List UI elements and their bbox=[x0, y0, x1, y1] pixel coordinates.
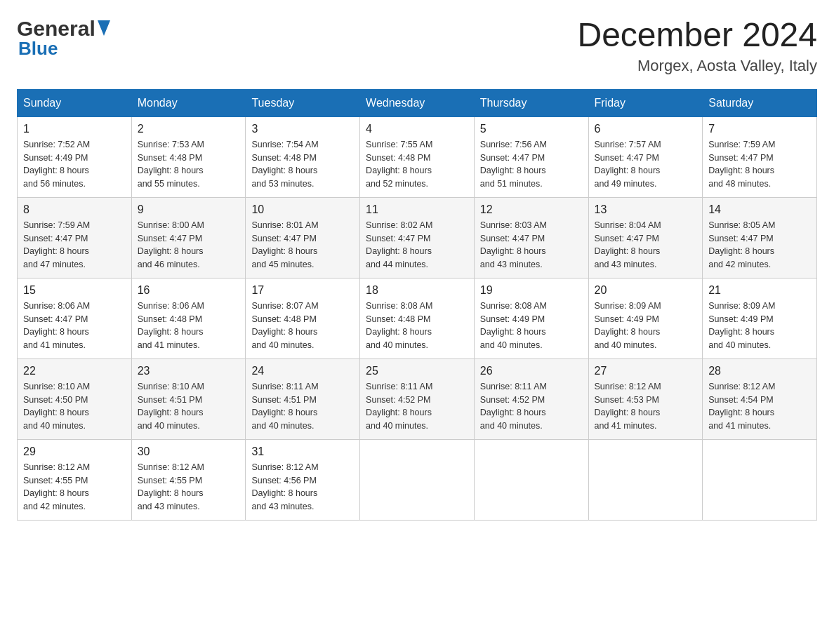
day-info: Sunrise: 7:54 AMSunset: 4:48 PMDaylight:… bbox=[251, 140, 318, 189]
day-number: 13 bbox=[595, 203, 697, 216]
day-number: 12 bbox=[480, 203, 583, 216]
calendar-cell: 2 Sunrise: 7:53 AMSunset: 4:48 PMDayligh… bbox=[131, 116, 246, 197]
calendar-cell: 10 Sunrise: 8:01 AMSunset: 4:47 PMDaylig… bbox=[246, 197, 360, 278]
day-number: 29 bbox=[23, 445, 126, 458]
day-info: Sunrise: 8:12 AMSunset: 4:55 PMDaylight:… bbox=[23, 462, 90, 511]
day-info: Sunrise: 8:05 AMSunset: 4:47 PMDaylight:… bbox=[708, 220, 775, 269]
calendar-cell: 19 Sunrise: 8:08 AMSunset: 4:49 PMDaylig… bbox=[474, 278, 588, 358]
day-number: 16 bbox=[138, 284, 240, 297]
logo-blue-text: Blue bbox=[18, 38, 58, 60]
svg-marker-0 bbox=[98, 20, 110, 36]
day-info: Sunrise: 8:10 AMSunset: 4:50 PMDaylight:… bbox=[23, 382, 90, 431]
day-info: Sunrise: 8:11 AMSunset: 4:51 PMDaylight:… bbox=[251, 382, 318, 431]
day-number: 14 bbox=[708, 203, 811, 216]
day-number: 3 bbox=[251, 123, 354, 135]
calendar-cell bbox=[703, 439, 817, 520]
day-number: 30 bbox=[138, 445, 240, 458]
day-number: 2 bbox=[138, 123, 240, 135]
calendar-table: Sunday Monday Tuesday Wednesday Thursday… bbox=[17, 89, 817, 521]
day-number: 20 bbox=[595, 284, 697, 297]
day-info: Sunrise: 8:09 AMSunset: 4:49 PMDaylight:… bbox=[708, 301, 775, 350]
day-info: Sunrise: 7:55 AMSunset: 4:48 PMDaylight:… bbox=[366, 140, 432, 189]
calendar-cell: 20 Sunrise: 8:09 AMSunset: 4:49 PMDaylig… bbox=[588, 278, 703, 358]
calendar-cell: 5 Sunrise: 7:56 AMSunset: 4:47 PMDayligh… bbox=[474, 116, 588, 197]
calendar-cell: 29 Sunrise: 8:12 AMSunset: 4:55 PMDaylig… bbox=[18, 439, 132, 520]
page-header: General Blue December 2024 Morgex, Aosta… bbox=[17, 17, 817, 75]
day-number: 21 bbox=[708, 284, 811, 297]
col-wednesday: Wednesday bbox=[360, 89, 475, 116]
title-section: December 2024 Morgex, Aosta Valley, Ital… bbox=[577, 17, 817, 75]
day-number: 6 bbox=[595, 123, 697, 135]
calendar-cell bbox=[360, 439, 475, 520]
day-number: 9 bbox=[138, 203, 240, 216]
day-info: Sunrise: 8:08 AMSunset: 4:49 PMDaylight:… bbox=[480, 301, 547, 350]
calendar-cell: 18 Sunrise: 8:08 AMSunset: 4:48 PMDaylig… bbox=[360, 278, 475, 358]
col-friday: Friday bbox=[588, 89, 703, 116]
calendar-cell: 8 Sunrise: 7:59 AMSunset: 4:47 PMDayligh… bbox=[18, 197, 132, 278]
calendar-week-3: 15 Sunrise: 8:06 AMSunset: 4:47 PMDaylig… bbox=[18, 278, 817, 358]
month-year-title: December 2024 bbox=[577, 17, 817, 54]
calendar-cell: 15 Sunrise: 8:06 AMSunset: 4:47 PMDaylig… bbox=[18, 278, 132, 358]
calendar-cell: 1 Sunrise: 7:52 AMSunset: 4:49 PMDayligh… bbox=[18, 116, 132, 197]
calendar-cell: 22 Sunrise: 8:10 AMSunset: 4:50 PMDaylig… bbox=[18, 358, 132, 439]
day-info: Sunrise: 7:57 AMSunset: 4:47 PMDaylight:… bbox=[595, 140, 661, 189]
calendar-cell: 17 Sunrise: 8:07 AMSunset: 4:48 PMDaylig… bbox=[246, 278, 360, 358]
calendar-cell: 26 Sunrise: 8:11 AMSunset: 4:52 PMDaylig… bbox=[474, 358, 588, 439]
calendar-cell: 13 Sunrise: 8:04 AMSunset: 4:47 PMDaylig… bbox=[588, 197, 703, 278]
day-info: Sunrise: 8:07 AMSunset: 4:48 PMDaylight:… bbox=[251, 301, 318, 350]
logo-triangle-icon bbox=[98, 20, 110, 36]
day-info: Sunrise: 8:11 AMSunset: 4:52 PMDaylight:… bbox=[366, 382, 432, 431]
day-info: Sunrise: 7:59 AMSunset: 4:47 PMDaylight:… bbox=[23, 220, 90, 269]
calendar-cell: 30 Sunrise: 8:12 AMSunset: 4:55 PMDaylig… bbox=[131, 439, 246, 520]
day-info: Sunrise: 8:04 AMSunset: 4:47 PMDaylight:… bbox=[595, 220, 661, 269]
day-number: 8 bbox=[23, 203, 126, 216]
location-subtitle: Morgex, Aosta Valley, Italy bbox=[577, 57, 817, 75]
calendar-cell: 11 Sunrise: 8:02 AMSunset: 4:47 PMDaylig… bbox=[360, 197, 475, 278]
day-info: Sunrise: 8:12 AMSunset: 4:56 PMDaylight:… bbox=[251, 462, 318, 511]
day-info: Sunrise: 8:06 AMSunset: 4:47 PMDaylight:… bbox=[23, 301, 90, 350]
day-number: 31 bbox=[251, 445, 354, 458]
day-info: Sunrise: 8:02 AMSunset: 4:47 PMDaylight:… bbox=[366, 220, 432, 269]
day-info: Sunrise: 8:00 AMSunset: 4:47 PMDaylight:… bbox=[138, 220, 204, 269]
day-number: 4 bbox=[366, 123, 468, 135]
day-info: Sunrise: 8:11 AMSunset: 4:52 PMDaylight:… bbox=[480, 382, 547, 431]
calendar-cell: 3 Sunrise: 7:54 AMSunset: 4:48 PMDayligh… bbox=[246, 116, 360, 197]
day-number: 10 bbox=[251, 203, 354, 216]
day-number: 15 bbox=[23, 284, 126, 297]
col-tuesday: Tuesday bbox=[246, 89, 360, 116]
day-number: 23 bbox=[138, 365, 240, 377]
day-number: 22 bbox=[23, 365, 126, 377]
col-sunday: Sunday bbox=[18, 89, 132, 116]
day-info: Sunrise: 7:53 AMSunset: 4:48 PMDaylight:… bbox=[138, 140, 204, 189]
calendar-cell: 9 Sunrise: 8:00 AMSunset: 4:47 PMDayligh… bbox=[131, 197, 246, 278]
calendar-cell bbox=[588, 439, 703, 520]
calendar-week-1: 1 Sunrise: 7:52 AMSunset: 4:49 PMDayligh… bbox=[18, 116, 817, 197]
calendar-cell: 28 Sunrise: 8:12 AMSunset: 4:54 PMDaylig… bbox=[703, 358, 817, 439]
calendar-week-4: 22 Sunrise: 8:10 AMSunset: 4:50 PMDaylig… bbox=[18, 358, 817, 439]
day-number: 27 bbox=[595, 365, 697, 377]
day-number: 1 bbox=[23, 123, 126, 135]
calendar-cell: 16 Sunrise: 8:06 AMSunset: 4:48 PMDaylig… bbox=[131, 278, 246, 358]
day-number: 19 bbox=[480, 284, 583, 297]
day-number: 5 bbox=[480, 123, 583, 135]
day-info: Sunrise: 8:06 AMSunset: 4:48 PMDaylight:… bbox=[138, 301, 204, 350]
day-info: Sunrise: 8:09 AMSunset: 4:49 PMDaylight:… bbox=[595, 301, 661, 350]
logo-general-text: General bbox=[17, 17, 95, 41]
day-info: Sunrise: 7:52 AMSunset: 4:49 PMDaylight:… bbox=[23, 140, 90, 189]
day-number: 24 bbox=[251, 365, 354, 377]
day-number: 7 bbox=[708, 123, 811, 135]
day-number: 26 bbox=[480, 365, 583, 377]
calendar-cell: 21 Sunrise: 8:09 AMSunset: 4:49 PMDaylig… bbox=[703, 278, 817, 358]
day-number: 25 bbox=[366, 365, 468, 377]
day-number: 18 bbox=[366, 284, 468, 297]
day-info: Sunrise: 8:08 AMSunset: 4:48 PMDaylight:… bbox=[366, 301, 432, 350]
calendar-cell: 24 Sunrise: 8:11 AMSunset: 4:51 PMDaylig… bbox=[246, 358, 360, 439]
day-number: 11 bbox=[366, 203, 468, 216]
calendar-cell: 27 Sunrise: 8:12 AMSunset: 4:53 PMDaylig… bbox=[588, 358, 703, 439]
day-info: Sunrise: 8:12 AMSunset: 4:53 PMDaylight:… bbox=[595, 382, 661, 431]
calendar-cell: 31 Sunrise: 8:12 AMSunset: 4:56 PMDaylig… bbox=[246, 439, 360, 520]
calendar-cell: 14 Sunrise: 8:05 AMSunset: 4:47 PMDaylig… bbox=[703, 197, 817, 278]
calendar-cell: 25 Sunrise: 8:11 AMSunset: 4:52 PMDaylig… bbox=[360, 358, 475, 439]
calendar-cell: 4 Sunrise: 7:55 AMSunset: 4:48 PMDayligh… bbox=[360, 116, 475, 197]
calendar-cell: 7 Sunrise: 7:59 AMSunset: 4:47 PMDayligh… bbox=[703, 116, 817, 197]
